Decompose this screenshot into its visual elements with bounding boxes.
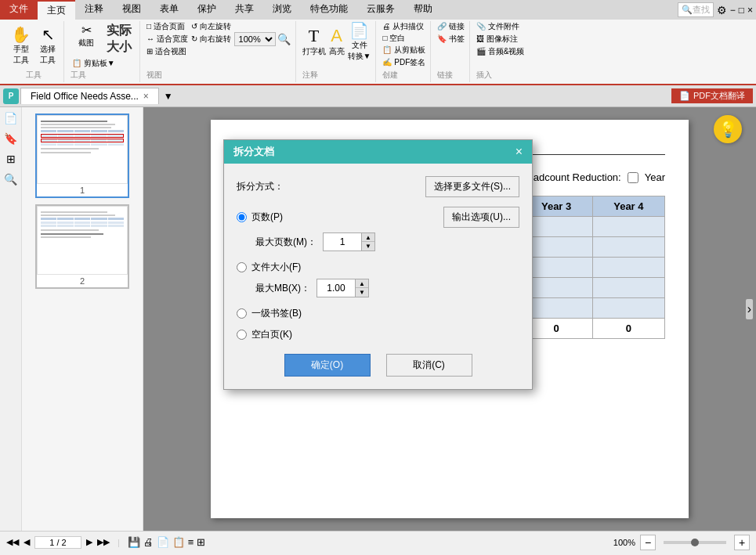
from-scanner-btn[interactable]: 🖨 从扫描仪 xyxy=(382,21,425,32)
typewriter-btn[interactable]: T 打字机 xyxy=(302,26,326,57)
headcount-reduction-checkbox[interactable] xyxy=(628,172,638,183)
translate-icon: 📄 xyxy=(679,91,690,101)
sidebar-nav-page[interactable]: 📄 xyxy=(2,110,19,126)
tab-dropdown-btn[interactable]: ▼ xyxy=(164,91,173,102)
blank-btn[interactable]: □ 空白 xyxy=(382,33,425,44)
tab-share[interactable]: 共享 xyxy=(226,0,263,20)
tab-file[interactable]: 文件 xyxy=(0,0,38,20)
translate-btn[interactable]: 📄 PDF文档翻译 xyxy=(671,88,753,103)
max-pages-down-btn[interactable]: ▼ xyxy=(362,242,374,250)
image-annotate-btn[interactable]: 🖼 图像标注 xyxy=(476,34,524,45)
max-pages-row: 最大页数(M)： ▲ ▼ xyxy=(255,232,519,251)
minimize-btn[interactable]: − xyxy=(730,5,736,16)
two-page-icon[interactable]: 📋 xyxy=(172,536,185,548)
from-clipboard-btn[interactable]: 📋 从剪贴板 xyxy=(382,45,425,56)
create-group: 🖨 从扫描仪 □ 空白 📋 从剪贴板 ✍ PDF签名 创建 xyxy=(378,21,431,82)
radio-bookmark-row: 一级书签(B) xyxy=(237,307,519,320)
rotate-right-btn[interactable]: ↻ 向右旋转 xyxy=(191,34,231,45)
tab-features[interactable]: 特色功能 xyxy=(301,0,357,20)
zoom-in-btn[interactable]: + xyxy=(734,535,750,550)
max-mb-down-btn[interactable]: ▼ xyxy=(356,288,368,297)
settings-icon[interactable]: ⚙ xyxy=(717,4,727,16)
save-icon[interactable]: 💾 xyxy=(128,536,140,548)
page-prev-btn[interactable]: ◀ xyxy=(24,537,30,547)
sidebar-nav-bookmark[interactable]: 🔖 xyxy=(2,131,19,146)
clipboard-btn[interactable]: 📋 剪贴板▼ xyxy=(71,57,135,70)
lightbulb-icon[interactable]: 💡 xyxy=(714,115,742,143)
clipboard-group: ✂ 截图 实际大小 📋 剪贴板▼ 工具 xyxy=(66,21,140,82)
screenshot-btn[interactable]: ✂ 截图 xyxy=(71,21,102,50)
doc-tab-close[interactable]: × xyxy=(143,91,149,102)
tab-home[interactable]: 主页 xyxy=(38,0,75,20)
annotation-group-label: 注释 xyxy=(302,70,371,81)
bookmark-btn[interactable]: 🔖 书签 xyxy=(437,34,465,45)
split-document-dialog: 拆分文档 × 拆分方式： 选择更多文件(S)... 页数(P) 输出选项(U).… xyxy=(223,139,533,390)
dialog-body: 拆分方式： 选择更多文件(S)... 页数(P) 输出选项(U)... 最大页数… xyxy=(224,164,532,389)
link-btn[interactable]: 🔗 链接 xyxy=(437,21,465,32)
zoom-select[interactable]: 100% 75% 125% xyxy=(234,32,276,46)
tab-annotate[interactable]: 注释 xyxy=(75,0,113,20)
ribbon: 文件 主页 注释 视图 表单 保护 共享 浏览 特色功能 云服务 帮助 🔍 查找… xyxy=(0,0,756,85)
fit-view-btn[interactable]: ⊞ 适合视图 xyxy=(146,46,188,57)
tab-view[interactable]: 视图 xyxy=(113,0,150,20)
zoom-in-icon[interactable]: 🔍 xyxy=(277,33,291,45)
dialog-close-btn[interactable]: × xyxy=(515,145,523,159)
pdf-sign-btn[interactable]: ✍ PDF签名 xyxy=(382,57,425,68)
radio-filesize[interactable] xyxy=(237,262,247,272)
doc-tab-active[interactable]: Field Office Needs Asse... × xyxy=(20,88,159,104)
select-more-files-btn[interactable]: 选择更多文件(S)... xyxy=(425,176,519,197)
page-next-btn[interactable]: ▶ xyxy=(86,537,92,547)
search-box[interactable]: 🔍 查找 xyxy=(678,2,714,17)
page-thumb-1[interactable]: 1 xyxy=(35,114,129,198)
actual-size-btn[interactable]: 实际大小 xyxy=(103,21,135,57)
confirm-btn[interactable]: 确定(O) xyxy=(284,354,371,377)
ribbon-buttons-row: ✋ 手型工具 ↖ 选择工具 工具 ✂ 截图 实际大小 📋 xyxy=(0,20,756,84)
tab-bar: P Field Office Needs Asse... × ▼ 📄 PDF文档… xyxy=(0,85,756,107)
tools-group-label: 工具 xyxy=(26,70,42,81)
radio-blankpage[interactable] xyxy=(237,330,247,340)
split-mode-label: 拆分方式： xyxy=(237,180,284,193)
annotation-group: T 打字机 A 高亮 📄 文件转换▼ 注释 xyxy=(298,21,377,82)
radio-pages[interactable] xyxy=(237,212,247,222)
grid-icon[interactable]: ⊞ xyxy=(197,536,205,548)
page-thumb-2-num: 2 xyxy=(78,275,86,287)
max-mb-up-btn[interactable]: ▲ xyxy=(356,279,368,288)
select-tool-btn[interactable]: ↖ 选择工具 xyxy=(37,22,59,69)
highlight-btn[interactable]: A 高亮 xyxy=(329,26,345,57)
dialog-action-buttons: 确定(O) 取消(C) xyxy=(237,354,519,377)
audio-video-btn[interactable]: 🎬 音频&视频 xyxy=(476,46,524,57)
print-icon[interactable]: 🖨 xyxy=(143,536,154,548)
page-thumb-2[interactable]: 2 xyxy=(35,204,129,289)
single-page-icon[interactable]: 📄 xyxy=(157,536,169,548)
zoom-slider[interactable] xyxy=(664,541,726,544)
scroll-right-arrow[interactable]: › xyxy=(746,299,753,319)
sidebar-nav-search[interactable]: 🔍 xyxy=(2,171,19,187)
output-options-btn[interactable]: 输出选项(U)... xyxy=(443,207,519,228)
file-attach-btn[interactable]: 📎 文件附件 xyxy=(476,21,524,32)
search-icon: 🔍 xyxy=(682,5,693,15)
page-last-btn[interactable]: ▶▶ xyxy=(97,537,110,547)
maximize-btn[interactable]: □ xyxy=(739,5,744,16)
zoom-out-btn[interactable]: − xyxy=(640,535,656,550)
sidebar-nav-thumb[interactable]: ⊞ xyxy=(5,151,17,167)
max-pages-up-btn[interactable]: ▲ xyxy=(362,233,374,242)
tab-cloud[interactable]: 云服务 xyxy=(357,0,404,20)
page-first-btn[interactable]: ◀◀ xyxy=(6,537,19,547)
cancel-btn[interactable]: 取消(C) xyxy=(386,354,472,377)
tab-browse[interactable]: 浏览 xyxy=(263,0,301,20)
page-input[interactable] xyxy=(34,536,81,549)
tab-help[interactable]: 帮助 xyxy=(404,0,442,20)
tab-form[interactable]: 表单 xyxy=(150,0,188,20)
fit-page-btn[interactable]: □ 适合页面 xyxy=(146,21,188,32)
doc-tab-title: Field Office Needs Asse... xyxy=(31,91,139,102)
close-btn[interactable]: × xyxy=(747,5,753,16)
rotate-left-btn[interactable]: ↺ 向左旋转 xyxy=(191,21,231,32)
max-pages-input[interactable] xyxy=(324,235,361,249)
continuous-icon[interactable]: ≡ xyxy=(188,536,194,548)
tab-protect[interactable]: 保护 xyxy=(188,0,226,20)
file-convert-btn[interactable]: 📄 文件转换▼ xyxy=(348,21,371,62)
max-mb-input[interactable] xyxy=(317,281,355,295)
hand-tool-btn[interactable]: ✋ 手型工具 xyxy=(8,22,34,69)
fit-width-btn[interactable]: ↔ 适合宽度 xyxy=(146,34,188,45)
radio-bookmark[interactable] xyxy=(237,308,247,319)
